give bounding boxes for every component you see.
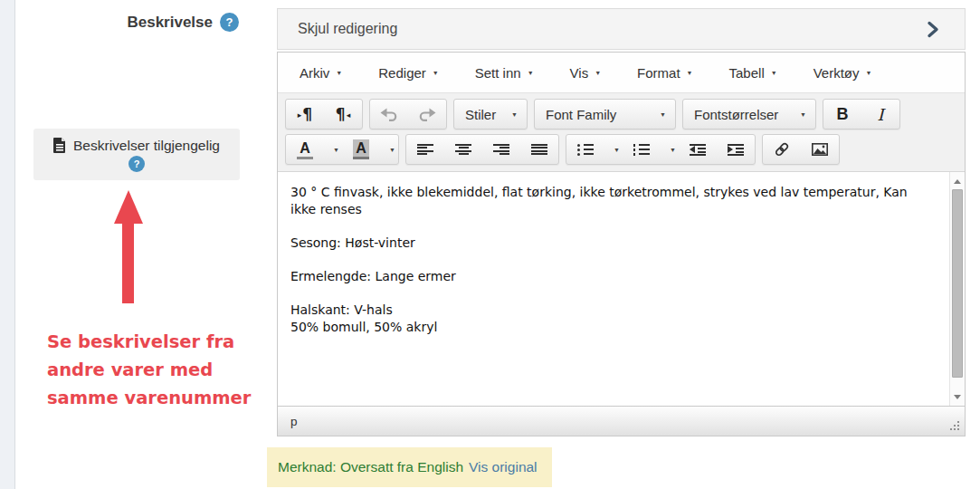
bullet-list-icon: [577, 144, 594, 156]
menu-sett-inn[interactable]: Sett inn: [475, 65, 534, 81]
paragraph: Ermelengde: Lange ermer: [290, 268, 937, 285]
link-button[interactable]: [763, 135, 801, 164]
editor-toolbar: ¶ ¶: [278, 93, 965, 172]
align-left-icon: [417, 144, 433, 156]
font-family-select[interactable]: Font Family: [535, 100, 675, 129]
font-size-select-label: Fontstørrelser: [694, 107, 778, 122]
chevron-down-icon: [660, 111, 666, 118]
list-indent-group: [566, 134, 756, 165]
redo-icon: [418, 107, 436, 122]
outdent-button[interactable]: [679, 135, 717, 164]
rtl-paragraph-button[interactable]: ¶: [324, 100, 362, 129]
element-path[interactable]: p: [290, 415, 298, 428]
chevron-down-icon: [433, 70, 439, 76]
translation-note: Merknad: Oversatt fra English Vis origin…: [267, 447, 552, 487]
annotation-line: samme varenummer: [47, 384, 255, 412]
menu-vis[interactable]: Vis: [570, 65, 602, 81]
text-color-caret-button[interactable]: [324, 135, 342, 164]
outdent-icon: [690, 144, 706, 156]
help-icon[interactable]: ?: [220, 13, 239, 32]
font-size-select[interactable]: Fontstørrelser: [683, 100, 815, 129]
field-label-row: Beskrivelse?: [0, 13, 239, 32]
editor-menubar: Arkiv Rediger Sett inn Vis Format Tabell: [278, 53, 965, 93]
numbered-list-caret-button[interactable]: [661, 135, 679, 164]
styles-select[interactable]: Stiler: [454, 100, 527, 129]
descriptions-available-button[interactable]: Beskrivelser tilgjengelig ?: [33, 129, 240, 180]
paragraph: 30 ° C finvask, ikke blekemiddel, flat t…: [290, 184, 937, 218]
redo-button[interactable]: [408, 100, 446, 129]
annotation-line: Se beskrivelser fra: [47, 328, 255, 356]
align-center-button[interactable]: [444, 135, 482, 164]
chevron-down-icon: [595, 70, 601, 76]
undo-button[interactable]: [370, 100, 408, 129]
align-left-button[interactable]: [406, 135, 444, 164]
paragraph-line: 50% bomull, 50% akryl: [290, 319, 937, 336]
vertical-scrollbar[interactable]: [949, 172, 965, 406]
help-icon[interactable]: ?: [128, 156, 145, 172]
bullet-list-caret-button[interactable]: [604, 135, 623, 164]
link-icon: [773, 142, 791, 157]
chevron-down-icon: [333, 147, 339, 153]
page: { "field": { "label": "Beskrivelse", "he…: [0, 0, 980, 489]
insert-group: [762, 134, 840, 165]
paragraph: Halskant: V-hals 50% bomull, 50% akryl: [290, 302, 937, 336]
color-group: A A: [285, 134, 399, 165]
menu-arkiv[interactable]: Arkiv: [300, 65, 342, 81]
bullet-list-button[interactable]: [566, 135, 604, 164]
background-color-caret-button[interactable]: [380, 135, 398, 164]
undo-icon: [380, 107, 398, 122]
menu-label: Verktøy: [813, 65, 860, 81]
menu-label: Vis: [570, 65, 589, 81]
chevron-down-icon: [511, 111, 518, 118]
font-family-select-label: Font Family: [546, 107, 616, 122]
styles-select-label: Stiler: [465, 107, 496, 122]
align-justify-button[interactable]: [520, 135, 558, 164]
font-size-group: Fontstørrelser: [682, 99, 816, 129]
translation-note-text: Merknad: Oversatt fra English: [278, 459, 463, 475]
toolbar-row-1: ¶ ¶: [285, 99, 957, 129]
scroll-down-icon[interactable]: [950, 389, 965, 404]
indent-button[interactable]: [717, 135, 755, 164]
field-label: Beskrivelse: [127, 14, 213, 31]
align-right-icon: [493, 144, 509, 156]
annotation-line: andre varer med: [47, 356, 255, 384]
font-family-group: Font Family: [534, 99, 676, 129]
italic-button[interactable]: I: [861, 100, 899, 129]
ltr-paragraph-icon: ¶: [298, 105, 312, 123]
align-right-button[interactable]: [482, 135, 520, 164]
menu-label: Format: [637, 65, 680, 81]
chevron-down-icon: [614, 147, 620, 153]
paragraph-line: Ermelengde: Lange ermer: [290, 268, 937, 285]
resize-grip-icon[interactable]: [950, 421, 961, 432]
ltr-paragraph-button[interactable]: ¶: [286, 100, 324, 129]
chevron-right-icon[interactable]: [926, 21, 939, 38]
rich-text-editor: Skjul redigering Arkiv Rediger Sett inn …: [277, 8, 966, 436]
editor-header[interactable]: Skjul redigering: [277, 8, 966, 50]
scroll-up-icon[interactable]: [950, 174, 965, 188]
numbered-list-button[interactable]: [623, 135, 661, 164]
image-button[interactable]: [801, 135, 839, 164]
menu-label: Tabell: [729, 65, 765, 81]
view-original-link[interactable]: Vis original: [469, 459, 538, 475]
editor-content-text[interactable]: 30 ° C finvask, ikke blekemiddel, flat t…: [278, 172, 949, 406]
menu-label: Sett inn: [475, 65, 521, 81]
menu-rediger[interactable]: Rediger: [378, 65, 438, 81]
scrollbar-thumb[interactable]: [952, 189, 963, 378]
paragraph-line: 30 ° C finvask, ikke blekemiddel, flat t…: [290, 184, 937, 218]
bold-icon: B: [837, 105, 849, 124]
bold-italic-group: B I: [823, 99, 900, 129]
menu-format[interactable]: Format: [637, 65, 692, 81]
menu-label: Arkiv: [300, 65, 329, 81]
menu-tabell[interactable]: Tabell: [729, 65, 777, 81]
document-icon: [53, 138, 66, 153]
editor-statusbar: p: [278, 406, 965, 436]
background-color-button[interactable]: A: [342, 135, 380, 164]
menu-verktoy[interactable]: Verktøy: [813, 65, 872, 81]
chevron-down-icon: [771, 70, 777, 76]
bold-button[interactable]: B: [823, 100, 861, 129]
toolbar-row-2: A A: [285, 134, 957, 165]
text-color-button[interactable]: A: [286, 135, 324, 164]
image-icon: [812, 143, 828, 156]
menu-label: Rediger: [378, 65, 426, 81]
italic-icon: I: [877, 105, 883, 124]
